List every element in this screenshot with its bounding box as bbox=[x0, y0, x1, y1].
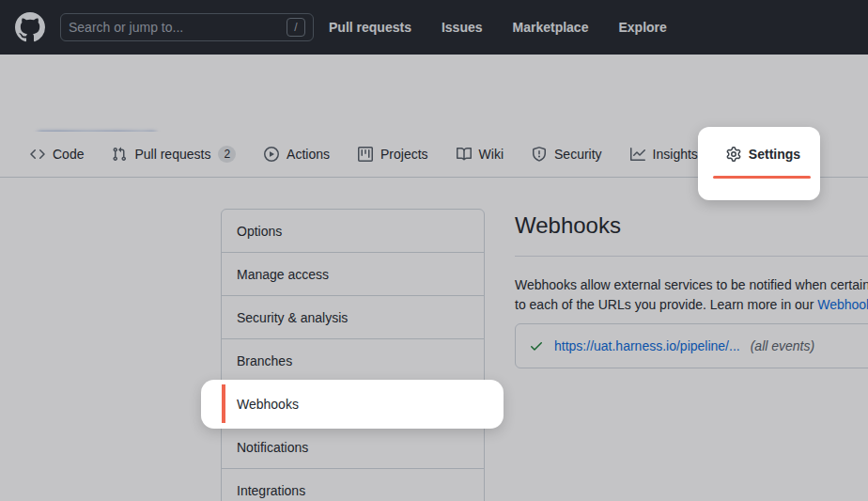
nav-pull-requests[interactable]: Pull requests bbox=[329, 20, 411, 35]
settings-tab-spotlight bbox=[698, 127, 820, 200]
pull-requests-count-badge: 2 bbox=[218, 146, 236, 163]
settings-sidebar: Options Manage access Security & analysi… bbox=[221, 209, 485, 501]
shield-icon bbox=[532, 147, 547, 162]
tab-settings[interactable]: Settings bbox=[719, 132, 808, 177]
webhook-url-link[interactable]: https://uat.harness.io/pipeline/... bbox=[554, 338, 740, 353]
active-item-bar bbox=[222, 384, 225, 423]
repo-tab-bar: Code Pull requests 2 Actions Projects Wi… bbox=[0, 132, 868, 178]
global-header: Search or jump to... / Pull requests Iss… bbox=[0, 0, 868, 55]
graph-icon bbox=[630, 147, 645, 162]
tab-code[interactable]: Code bbox=[23, 132, 91, 177]
search-placeholder: Search or jump to... bbox=[69, 20, 183, 35]
tab-security[interactable]: Security bbox=[524, 132, 610, 177]
webhook-entry: https://uat.harness.io/pipeline/... (all… bbox=[515, 323, 868, 368]
github-logo-icon[interactable] bbox=[15, 12, 45, 42]
tab-projects[interactable]: Projects bbox=[350, 132, 436, 177]
sidebar-item-security-analysis[interactable]: Security & analysis bbox=[222, 296, 484, 339]
webhooks-panel: Webhooks Webhooks allow external service… bbox=[515, 209, 868, 368]
webhooks-guide-link[interactable]: Webhooks Guide. bbox=[817, 297, 868, 312]
sidebar-item-notifications[interactable]: Notifications bbox=[222, 426, 484, 469]
code-icon bbox=[30, 147, 45, 162]
project-icon bbox=[358, 147, 373, 162]
webhook-events-note: (all events) bbox=[751, 338, 814, 353]
nav-issues[interactable]: Issues bbox=[442, 20, 483, 35]
tab-actions[interactable]: Actions bbox=[256, 132, 337, 177]
sidebar-item-manage-access[interactable]: Manage access bbox=[222, 253, 484, 296]
book-icon bbox=[457, 147, 472, 162]
sidebar-item-integrations[interactable]: Integrations bbox=[222, 469, 484, 501]
sidebar-item-branches[interactable]: Branches bbox=[222, 339, 484, 383]
play-icon bbox=[264, 147, 279, 162]
tab-insights[interactable]: Insights bbox=[623, 132, 705, 177]
check-icon bbox=[529, 338, 544, 353]
repo-header: / goHelloWorldServer forked from /goHell… bbox=[0, 55, 868, 132]
header-nav: Pull requests Issues Marketplace Explore bbox=[329, 20, 667, 35]
search-input[interactable]: Search or jump to... / bbox=[60, 13, 314, 41]
active-tab-underline bbox=[713, 176, 811, 179]
tab-pull-requests[interactable]: Pull requests 2 bbox=[104, 132, 243, 177]
nav-marketplace[interactable]: Marketplace bbox=[513, 20, 589, 35]
gear-icon bbox=[726, 147, 741, 162]
slash-shortcut-key: / bbox=[287, 18, 305, 37]
page-title: Webhooks bbox=[515, 209, 868, 257]
sidebar-item-options[interactable]: Options bbox=[222, 210, 484, 253]
sidebar-item-webhooks[interactable]: Webhooks bbox=[222, 383, 484, 426]
webhooks-description: Webhooks allow external services to be n… bbox=[515, 275, 868, 315]
tab-wiki[interactable]: Wiki bbox=[449, 132, 511, 177]
nav-explore[interactable]: Explore bbox=[618, 20, 666, 35]
git-pull-request-icon bbox=[112, 147, 127, 162]
